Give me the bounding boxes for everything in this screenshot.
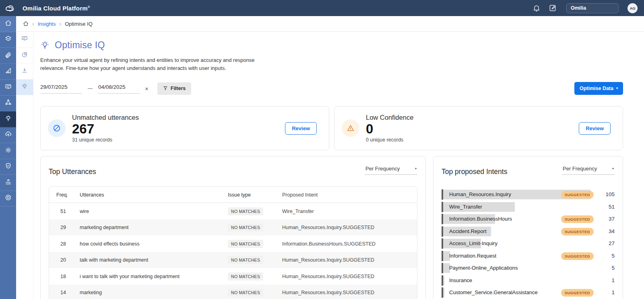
sidebar-item-home[interactable]: [0, 16, 16, 32]
table-row[interactable]: 20 talk with marketing department NO MAT…: [49, 252, 417, 268]
intent-list-item[interactable]: Insurance SUGGESTED 1: [442, 275, 615, 287]
sidebar-item-settings[interactable]: [0, 143, 16, 159]
intent-count: 51: [609, 201, 615, 213]
home-icon: [5, 20, 12, 28]
intent-bar-marker: [442, 238, 443, 249]
intent-list-item[interactable]: Customer_Service.GeneralAssistance SUGGE…: [442, 287, 615, 299]
date-from-input[interactable]: [40, 83, 82, 94]
intent-bar-marker: [442, 275, 443, 286]
clear-dates-icon[interactable]: ×: [145, 85, 149, 92]
filters-button[interactable]: Filters: [157, 82, 192, 95]
intent-bar-marker: [442, 214, 443, 224]
intent-list-item[interactable]: Information.BusinessHours SUGGESTED 37: [442, 213, 615, 226]
column-header-proposed-intent: Proposed Intent: [282, 192, 417, 198]
gear-icon: [5, 147, 12, 155]
page-description: Enhance your virtual agent by refining i…: [40, 56, 264, 72]
row-proposed-intent: Information.BusinessHours.SUGGESTED: [282, 241, 417, 247]
low-confidence-card: Low Confidence 0 0 unique records Review: [334, 106, 623, 150]
monitor-chart-icon: [21, 35, 28, 43]
sidebar-item-conversations[interactable]: [0, 80, 16, 96]
intent-label: Accident.Report: [449, 226, 487, 237]
breadcrumb-separator: ›: [32, 20, 34, 27]
intent-list-item[interactable]: Access_Limit-Inquiry SUGGESTED 27: [442, 238, 615, 250]
sidebar-item-design[interactable]: [0, 64, 16, 80]
suggested-badge: SUGGESTED: [561, 191, 594, 199]
intent-list-item[interactable]: Information.Request SUGGESTED 5: [442, 250, 615, 263]
secondary-sidebar: [16, 32, 33, 299]
row-utterance: marketing department: [72, 225, 228, 230]
utterances-sort-select[interactable]: Per Frequency ▾: [365, 164, 417, 175]
chevron-down-icon: ▾: [612, 167, 614, 170]
funnel-icon: [163, 86, 168, 92]
row-frequency: 28: [49, 241, 72, 247]
row-frequency: 51: [49, 209, 72, 214]
table-row[interactable]: 18 i want to talk with your marketing de…: [49, 268, 417, 285]
intent-label: Human_Resources.Inquiry: [449, 189, 511, 200]
intent-count: 37: [609, 213, 615, 225]
intent-count: 5: [611, 262, 615, 274]
subnav-item-exports[interactable]: [16, 63, 33, 80]
subnav-item-dashboards[interactable]: [16, 32, 33, 48]
intents-sort-select[interactable]: Per Frequency ▾: [562, 164, 615, 175]
table-row[interactable]: 29 marketing department NO MATCHES Human…: [49, 219, 417, 236]
filter-row: — × Filters Optimise Data ▾: [40, 82, 623, 95]
subnav-item-reports[interactable]: [16, 48, 33, 64]
top-proposed-intents-panel: Top proposed Intents Per Frequency ▾: [433, 156, 623, 299]
intent-bar-marker: [442, 189, 443, 200]
cloud-upload-icon: [5, 131, 12, 139]
suggested-badge: SUGGESTED: [561, 228, 594, 236]
intent-list-item[interactable]: Wire_Transfer SUGGESTED 51: [442, 201, 615, 214]
column-header-freq: Freq.: [49, 192, 72, 198]
suggested-badge: SUGGESTED: [561, 252, 594, 260]
intent-bar-marker: [442, 251, 443, 261]
review-low-confidence-button[interactable]: Review: [579, 122, 611, 135]
card-value: 0: [366, 122, 413, 136]
date-to-input[interactable]: [98, 83, 140, 94]
breadcrumb-link-insights[interactable]: Insights: [38, 21, 56, 27]
intent-label: Information.BusinessHours: [449, 213, 512, 225]
table-row[interactable]: 14 marketing NO MATCHES Human_Resources.…: [49, 285, 417, 299]
sidebar-item-insights[interactable]: [0, 111, 16, 127]
warning-icon: [342, 119, 359, 137]
intent-label: Payment-Online_Applications: [449, 262, 518, 274]
chevron-down-icon: ▾: [415, 167, 417, 170]
sidebar-item-deployments[interactable]: [0, 127, 16, 143]
row-utterance: how covid effects business: [72, 241, 228, 247]
suggested-badge: SUGGESTED: [561, 289, 594, 297]
notifications-bell-icon[interactable]: [533, 4, 541, 12]
row-utterance: talk with marketing department: [72, 257, 228, 263]
intent-count: 105: [605, 189, 615, 200]
user-avatar[interactable]: AG: [627, 3, 638, 13]
sidebar-item-quality[interactable]: [0, 159, 16, 175]
intent-list-item[interactable]: Human_Resources.Inquiry SUGGESTED 105: [442, 189, 615, 201]
intent-list-item[interactable]: Payment-Online_Applications SUGGESTED 5: [442, 262, 615, 275]
table-row[interactable]: 51 wire NO MATCHES Wire_Transfer: [49, 203, 417, 219]
table-row[interactable]: 28 how covid effects business NO MATCHES…: [49, 236, 417, 252]
card-subtitle: 0 unique records: [366, 137, 413, 143]
row-frequency: 18: [49, 274, 72, 279]
row-proposed-intent: Human_Resources.Inquiry.SUGGESTED: [282, 225, 417, 230]
org-selector[interactable]: Omilia: [566, 3, 619, 13]
monitor-id-icon: [5, 83, 12, 92]
sidebar-item-support[interactable]: [0, 191, 16, 207]
sidebar-item-integrations[interactable]: [0, 175, 16, 191]
registered-mark: ®: [88, 5, 90, 9]
card-subtitle: 31 unique records: [72, 137, 139, 143]
sidebar-item-layers[interactable]: [0, 32, 16, 48]
card-title: Unmatched utterances: [72, 114, 139, 121]
breadcrumb-home-icon[interactable]: [23, 21, 29, 27]
subnav-item-optimise-iq[interactable]: [16, 80, 33, 96]
review-unmatched-button[interactable]: Review: [285, 122, 317, 135]
page-title: Optimise IQ: [55, 40, 105, 51]
intent-list-item[interactable]: Accident.Report SUGGESTED 34: [442, 226, 615, 238]
lightbulb-icon: [5, 115, 12, 123]
column-header-utterances: Utterances: [72, 192, 228, 198]
release-notes-icon[interactable]: [549, 4, 557, 12]
layers-icon: [5, 35, 12, 44]
row-utterance: marketing: [72, 290, 228, 295]
optimise-data-button[interactable]: Optimise Data ▾: [574, 82, 623, 95]
sidebar-item-attachments[interactable]: [0, 48, 16, 64]
sidebar-item-orchestration[interactable]: [0, 96, 16, 112]
intent-bar: [443, 288, 444, 297]
omilia-cloud-logo-icon: [5, 4, 15, 12]
